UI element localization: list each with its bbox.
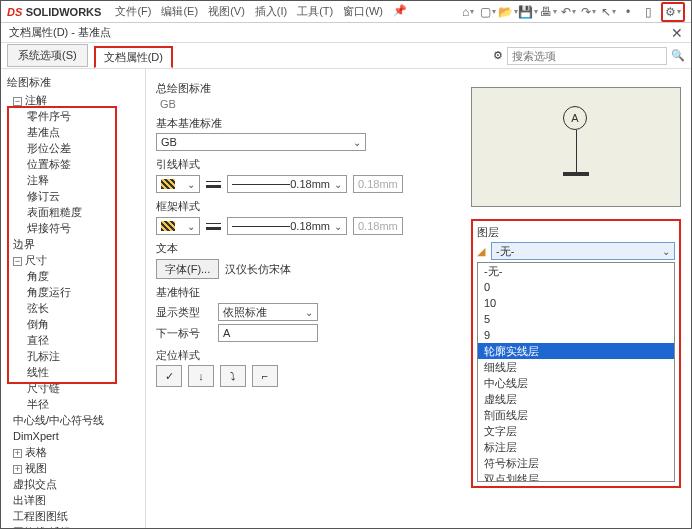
tree-virtual[interactable]: 虚拟交点	[3, 476, 143, 492]
tree-diameter[interactable]: 直径	[3, 332, 143, 348]
tree-views[interactable]: +视图	[3, 460, 143, 476]
app-name: SOLIDWORKS	[26, 6, 102, 18]
display-select[interactable]: 依照标准	[218, 303, 318, 321]
expand-icon[interactable]: +	[13, 449, 22, 458]
search-input[interactable]	[507, 47, 667, 65]
select-icon[interactable]: ↖	[601, 5, 615, 19]
settings-highlight: ⚙	[661, 2, 685, 22]
layer-item[interactable]: 9	[478, 327, 674, 343]
font-name: 汉仪长仿宋体	[225, 262, 291, 277]
layer-item[interactable]: 符号标注层	[478, 455, 674, 471]
tree-annot[interactable]: −注解	[3, 92, 143, 108]
expand-icon[interactable]: +	[13, 465, 22, 474]
menu-tools[interactable]: 工具(T)	[297, 4, 333, 19]
loc-style-4[interactable]: ⌐	[252, 365, 278, 387]
menu-insert[interactable]: 插入(I)	[255, 4, 287, 19]
loc-style-2[interactable]: ↓	[188, 365, 214, 387]
layer-item[interactable]: 中心线层	[478, 375, 674, 391]
tree-grid[interactable]: 网格线/捕捉	[3, 524, 143, 528]
tree-balloon[interactable]: 零件序号	[3, 108, 143, 124]
layer-item[interactable]: 双点划线层	[478, 471, 674, 482]
menu-file[interactable]: 文件(F)	[115, 4, 151, 19]
layer-item[interactable]: 文字层	[478, 423, 674, 439]
tree-border[interactable]: 边界	[3, 236, 143, 252]
hatch-icon	[161, 179, 175, 189]
collapse-icon[interactable]: −	[13, 97, 22, 106]
tree-chain[interactable]: 尺寸链	[3, 380, 143, 396]
datum-symbol: A	[563, 106, 589, 176]
display-label: 显示类型	[156, 305, 212, 320]
tab-doc-properties[interactable]: 文档属性(D)	[94, 46, 173, 68]
leader-line-select[interactable]: 0.18mm	[227, 175, 347, 193]
print-icon[interactable]: 🖶	[541, 5, 555, 19]
tree-chord[interactable]: 弦长	[3, 300, 143, 316]
close-icon[interactable]: ✕	[671, 25, 683, 41]
leader-value-input[interactable]: 0.18mm	[353, 175, 403, 193]
frame-line-select[interactable]: 0.18mm	[227, 217, 347, 235]
menu-view[interactable]: 视图(V)	[208, 4, 245, 19]
search-gear-icon: ⚙	[493, 49, 503, 62]
save-icon[interactable]: 💾	[521, 5, 535, 19]
basic-select[interactable]: GB	[156, 133, 366, 151]
undo-icon[interactable]: ↶	[561, 5, 575, 19]
font-button[interactable]: 字体(F)...	[156, 259, 219, 279]
tree-note[interactable]: 注释	[3, 172, 143, 188]
tree-radius[interactable]: 半径	[3, 396, 143, 412]
layer-item[interactable]: 5	[478, 311, 674, 327]
tree-detailing[interactable]: 出详图	[3, 492, 143, 508]
menu-window[interactable]: 窗口(W)	[343, 4, 383, 19]
tree-datum[interactable]: 基准点	[3, 124, 143, 140]
datum-letter: A	[571, 112, 578, 124]
layer-item[interactable]: 10	[478, 295, 674, 311]
dot-icon[interactable]: •	[621, 5, 635, 19]
preview-pane: A	[471, 87, 681, 207]
tree-tables[interactable]: +表格	[3, 444, 143, 460]
menu-pin-icon[interactable]: 📌	[393, 4, 407, 19]
tree-chamfer[interactable]: 倒角	[3, 316, 143, 332]
frame-value-input[interactable]: 0.18mm	[353, 217, 403, 235]
tree-sheet[interactable]: 工程图图纸	[3, 508, 143, 524]
layer-item[interactable]: 标注层	[478, 439, 674, 455]
tree-revcloud[interactable]: 修订云	[3, 188, 143, 204]
collapse-icon[interactable]: −	[13, 257, 22, 266]
dialog-title: 文档属性(D) - 基准点	[9, 25, 111, 40]
tree-weld[interactable]: 焊接符号	[3, 220, 143, 236]
layer-item[interactable]: -无-	[478, 263, 674, 279]
layer-item[interactable]: 细线层	[478, 359, 674, 375]
tree-gtol[interactable]: 形位公差	[3, 140, 143, 156]
tree-dimxpert[interactable]: DimXpert	[3, 428, 143, 444]
tree-centerline[interactable]: 中心线/中心符号线	[3, 412, 143, 428]
new-icon[interactable]: ▢	[481, 5, 495, 19]
tab-system-options[interactable]: 系统选项(S)	[7, 44, 88, 67]
panel-icon[interactable]: ▯	[641, 5, 655, 19]
tree-anglerun[interactable]: 角度运行	[3, 284, 143, 300]
tree-surface[interactable]: 表面粗糙度	[3, 204, 143, 220]
layer-icon: ◢	[477, 245, 485, 258]
layer-dropdown-list: -无-01059轮廓实线层细线层中心线层虚线层剖面线层文字层标注层符号标注层双点…	[477, 262, 675, 482]
tree-dim[interactable]: −尺寸	[3, 252, 143, 268]
next-input[interactable]: A	[218, 324, 318, 342]
open-icon[interactable]: 📂	[501, 5, 515, 19]
tree-angle[interactable]: 角度	[3, 268, 143, 284]
menu-edit[interactable]: 编辑(E)	[161, 4, 198, 19]
loc-style-3[interactable]: ⤵	[220, 365, 246, 387]
leader-style-select[interactable]	[156, 175, 200, 193]
layer-panel: 图层 ◢ -无- -无-01059轮廓实线层细线层中心线层虚线层剖面线层文字层标…	[471, 219, 681, 488]
tree-linear[interactable]: 线性	[3, 364, 143, 380]
redo-icon[interactable]: ↷	[581, 5, 595, 19]
gear-icon[interactable]: ⚙	[666, 5, 680, 19]
layer-item[interactable]: 轮廓实线层	[478, 343, 674, 359]
layer-title: 图层	[477, 225, 675, 240]
layer-item[interactable]: 剖面线层	[478, 407, 674, 423]
layer-item[interactable]: 虚线层	[478, 391, 674, 407]
logo-icon: DS	[7, 6, 22, 18]
tree-loclabel[interactable]: 位置标签	[3, 156, 143, 172]
search-icon[interactable]: 🔍	[671, 49, 685, 62]
layer-select[interactable]: -无-	[491, 242, 675, 260]
hatch-icon	[161, 221, 175, 231]
home-icon[interactable]: ⌂	[461, 5, 475, 19]
frame-style-select[interactable]	[156, 217, 200, 235]
tree-hole[interactable]: 孔标注	[3, 348, 143, 364]
layer-item[interactable]: 0	[478, 279, 674, 295]
loc-style-1[interactable]: ✓	[156, 365, 182, 387]
